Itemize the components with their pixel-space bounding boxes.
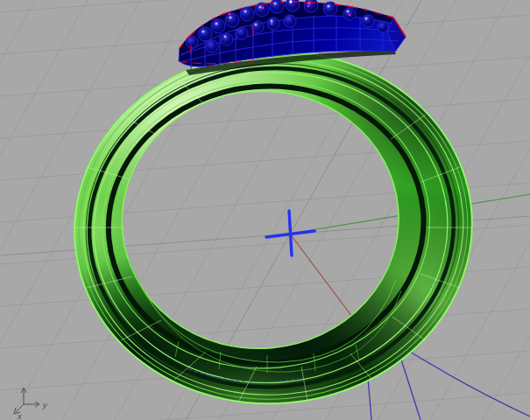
gem-bead xyxy=(198,27,212,41)
gem-bead xyxy=(211,19,225,33)
gem-bead xyxy=(362,15,374,27)
gem-bead xyxy=(206,40,218,52)
gem-bead xyxy=(240,7,254,21)
gem-bead xyxy=(236,27,248,39)
gem-bead xyxy=(221,33,233,46)
gem-bead xyxy=(267,18,279,30)
gem-bead xyxy=(284,15,296,27)
gem-bead xyxy=(378,22,388,32)
gem-bead xyxy=(225,13,239,27)
viewport-canvas[interactable]: y x xyxy=(0,0,530,420)
viewport-3d[interactable]: y x xyxy=(0,0,530,420)
